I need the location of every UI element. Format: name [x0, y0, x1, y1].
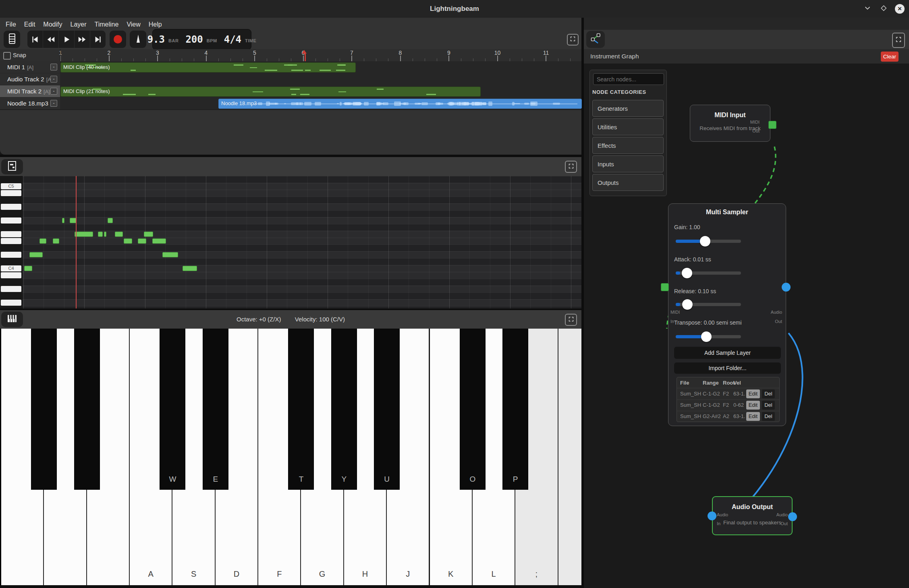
track-row[interactable]: Audio Track 2[A]- [0, 73, 581, 86]
minimize-button[interactable] [863, 4, 872, 14]
piano-roll-canvas[interactable]: C5C4 [0, 176, 581, 308]
mini-white-key[interactable] [1, 190, 21, 196]
maximize-button[interactable] [879, 4, 888, 14]
import-folder-button[interactable]: Import Folder... [674, 362, 781, 374]
piano-roll-note[interactable] [98, 232, 103, 237]
slider-knob[interactable] [682, 268, 692, 278]
black-key-Y[interactable]: Y [331, 329, 357, 490]
menu-help[interactable]: Help [149, 21, 162, 28]
piano-roll-note[interactable] [29, 252, 43, 257]
mini-white-key[interactable] [1, 204, 21, 210]
slider-knob[interactable] [701, 331, 712, 342]
piano-roll-playhead[interactable] [76, 176, 77, 308]
piano-roll-note[interactable] [183, 266, 197, 271]
mini-white-key[interactable] [1, 238, 21, 244]
search-input[interactable] [593, 73, 664, 85]
rewind-button[interactable] [43, 31, 59, 48]
timeline-ruler[interactable]: Snap 1234567891011 [0, 49, 581, 62]
close-button[interactable]: × [895, 4, 905, 14]
sampler-audio-out-port[interactable] [782, 283, 791, 292]
menu-file[interactable]: File [6, 21, 16, 28]
piano-roll-note[interactable] [108, 218, 113, 223]
record-button[interactable] [110, 31, 126, 48]
menu-edit[interactable]: Edit [24, 21, 35, 28]
node-multi-sampler[interactable]: Multi Sampler Gain: 1.00Attack: 0.01 ssR… [668, 203, 786, 426]
del-button[interactable]: Del [762, 412, 775, 421]
track-collapse-button[interactable]: - [50, 88, 57, 95]
category-utilities[interactable]: Utilities [592, 118, 664, 135]
piano-roll-note[interactable] [24, 266, 32, 271]
mini-white-key[interactable] [1, 286, 21, 292]
fast-forward-button[interactable] [75, 31, 90, 48]
black-key-O[interactable]: O [460, 329, 486, 490]
category-outputs[interactable]: Outputs [592, 174, 664, 191]
black-key[interactable] [31, 329, 57, 490]
clip-midi[interactable]: MIDI Clip (21 notes) [60, 87, 481, 97]
timeline-expand-button[interactable] [567, 34, 579, 46]
del-button[interactable]: Del [762, 389, 775, 398]
category-generators[interactable]: Generators [592, 100, 664, 117]
piano-roll-note[interactable] [124, 238, 132, 244]
category-inputs[interactable]: Inputs [592, 155, 664, 172]
menu-timeline[interactable]: Timeline [95, 21, 119, 28]
slider-knob[interactable] [700, 236, 710, 246]
piano-roll-note[interactable] [152, 238, 166, 244]
mini-white-key[interactable] [1, 231, 21, 237]
piano-roll-note[interactable] [104, 232, 106, 237]
timeline-mode-button[interactable] [4, 31, 20, 48]
black-key-U[interactable]: U [374, 329, 400, 490]
piano-roll-expand-button[interactable] [565, 161, 577, 173]
piano-roll-note[interactable] [39, 238, 46, 244]
node-audio-output[interactable]: Audio Output Final output to speakers Au… [712, 496, 793, 535]
snap-checkbox[interactable] [3, 52, 11, 60]
edit-button[interactable]: Edit [746, 412, 760, 421]
playhead-marker[interactable] [302, 50, 307, 54]
transport-display[interactable]: 9.3 BAR 200 BPM 4/4 TIME [152, 29, 251, 50]
sampler-midi-in-port[interactable] [661, 283, 669, 291]
mini-white-key[interactable]: C4 [1, 265, 21, 271]
add-sample-layer-button[interactable]: Add Sample Layer [674, 347, 781, 359]
piano-roll-note[interactable] [144, 232, 153, 237]
piano-roll-note[interactable] [75, 232, 93, 237]
edit-button[interactable]: Edit [746, 401, 760, 410]
piano-roll-note[interactable] [115, 232, 123, 237]
graph-view-button[interactable] [586, 31, 605, 48]
black-key-E[interactable]: E [203, 329, 228, 490]
mini-white-key[interactable] [1, 217, 21, 224]
black-key-W[interactable]: W [160, 329, 185, 490]
mini-white-key[interactable] [1, 272, 21, 278]
clip-audio[interactable]: Noodle 18.mp3 [218, 99, 582, 109]
mini-white-key[interactable] [1, 252, 21, 258]
edit-button[interactable]: Edit [746, 389, 760, 398]
track-collapse-button[interactable]: - [50, 76, 57, 83]
black-key-T[interactable]: T [288, 329, 314, 490]
mini-white-key[interactable]: C5 [1, 183, 21, 189]
piano-roll-note[interactable] [53, 238, 59, 244]
piano-roll-fit-button[interactable] [1, 159, 23, 174]
piano-roll-note[interactable] [62, 218, 64, 223]
mini-white-key[interactable] [1, 300, 21, 306]
clear-button[interactable]: Clear [881, 52, 899, 62]
track-collapse-button[interactable]: - [50, 64, 57, 70]
metronome-button[interactable] [130, 31, 146, 48]
menu-layer[interactable]: Layer [70, 21, 86, 28]
audio-out-port[interactable] [788, 512, 797, 521]
piano-roll-note[interactable] [162, 252, 178, 257]
audio-in-port[interactable] [708, 511, 716, 520]
category-effects[interactable]: Effects [592, 137, 664, 154]
black-key-P[interactable]: P [502, 329, 528, 490]
play-button[interactable] [59, 31, 75, 48]
skip-end-button[interactable] [90, 31, 106, 48]
skip-start-button[interactable] [27, 31, 43, 48]
menu-view[interactable]: View [127, 21, 140, 28]
track-collapse-button[interactable]: - [50, 100, 57, 107]
clip-midi[interactable]: MIDI Clip (40 notes) [60, 62, 356, 72]
del-button[interactable]: Del [762, 401, 775, 410]
graph-expand-button[interactable] [892, 33, 905, 48]
node-midi-input[interactable]: MIDI Input Receives MIDI from track MIDI… [690, 105, 770, 142]
midi-out-port[interactable] [768, 121, 776, 129]
slider-knob[interactable] [682, 299, 693, 310]
menu-modify[interactable]: Modify [43, 21, 62, 28]
piano-roll-note[interactable] [138, 238, 146, 244]
keyboard-expand-button[interactable] [565, 314, 577, 326]
